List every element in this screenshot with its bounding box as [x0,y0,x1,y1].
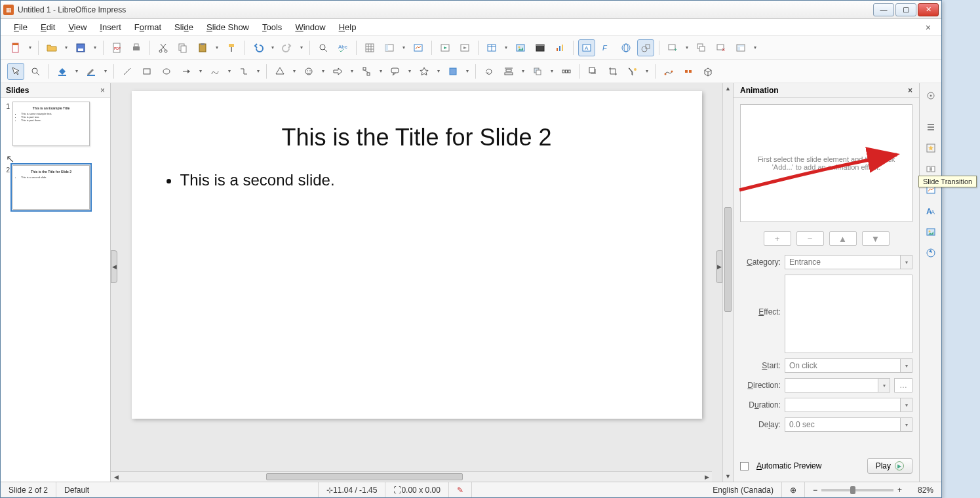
arrange-button[interactable] [529,63,546,80]
block-arrows-button[interactable] [329,63,346,80]
open-button[interactable] [43,39,60,56]
line-color-dropdown[interactable]: ▾ [102,68,109,74]
extrusion-button[interactable] [699,63,716,80]
curve-tool-button[interactable] [206,63,224,80]
document-close-button[interactable]: × [922,22,935,33]
menu-slideshow[interactable]: Slide Show [200,20,256,34]
fill-color-dropdown[interactable]: ▾ [73,68,80,74]
curve-tool-dropdown[interactable]: ▾ [226,68,233,74]
zoom-out-button[interactable]: − [813,486,817,495]
hscroll-thumb[interactable] [266,473,463,480]
basic-shapes-button[interactable] [271,63,288,80]
display-grid-button[interactable] [361,39,378,56]
add-animation-button[interactable]: + [764,231,791,246]
zoom-percent[interactable]: 82% [910,482,941,497]
status-language[interactable]: English (Canada) [705,482,782,497]
insert-image-button[interactable] [512,39,529,56]
flowchart-dropdown[interactable]: ▾ [378,68,384,74]
copy-button[interactable] [174,39,191,56]
maximize-button[interactable]: ▢ [895,3,916,16]
play-button[interactable]: Play ▶ [867,458,912,474]
clone-formatting-button[interactable] [223,39,240,56]
new-doc-button[interactable] [7,39,24,56]
start-beginning-button[interactable] [437,39,454,56]
minimize-button[interactable]: — [873,3,894,16]
navigator-deck-button[interactable] [922,244,939,261]
arrange-dropdown[interactable]: ▾ [549,68,555,74]
menu-help[interactable]: Help [332,20,363,34]
basic-shapes-dropdown[interactable]: ▾ [291,68,298,74]
insert-table-button[interactable] [483,39,500,56]
menu-window[interactable]: Window [288,20,332,34]
symbol-shapes-button[interactable] [300,63,317,80]
zoom-slider[interactable] [821,489,893,491]
slide-layout-dropdown[interactable]: ▾ [752,45,758,50]
slide-title-placeholder[interactable]: This is the Title for Slide 2 [165,124,669,151]
new-slide-dropdown[interactable]: ▾ [684,45,690,50]
auto-preview-checkbox[interactable] [740,462,749,470]
horizontal-scrollbar[interactable]: ◀ ▶ [111,471,712,482]
delay-input[interactable]: 0.0 sec▾ [785,417,912,432]
new-slide-button[interactable]: + [664,39,681,56]
filter-button[interactable] [624,63,641,80]
master-slide-button[interactable] [410,39,427,56]
direction-options-button[interactable]: … [894,378,912,393]
vertical-scrollbar[interactable]: ▲ ▼ [722,83,733,482]
new-doc-dropdown[interactable]: ▾ [27,45,33,50]
menu-slide[interactable]: Slide [168,20,200,34]
open-dropdown[interactable]: ▾ [63,45,69,50]
display-views-dropdown[interactable]: ▾ [401,45,407,50]
sidebar-settings-button[interactable] [922,87,939,104]
distribute-button[interactable] [558,63,575,80]
delete-slide-button[interactable]: × [713,39,730,56]
menu-file[interactable]: File [7,20,34,34]
slide-content-placeholder[interactable]: This is a second slide. [165,171,669,189]
connector-tool-button[interactable] [235,63,252,80]
callouts-dropdown[interactable]: ▾ [406,68,413,74]
points-button[interactable] [660,63,677,80]
display-views-button[interactable] [381,39,398,56]
insert-hyperlink-button[interactable] [617,39,635,56]
styles-deck-button[interactable]: AA [922,202,939,220]
slide-canvas[interactable]: This is the Title for Slide 2 This is a … [132,91,702,419]
effect-list[interactable] [785,275,912,353]
symbol-shapes-dropdown[interactable]: ▾ [320,68,326,74]
rotate-button[interactable] [480,63,498,80]
3d-objects-button[interactable] [444,63,461,80]
line-tool-button[interactable] [119,63,136,80]
crop-button[interactable] [604,63,621,80]
slide-viewport[interactable]: This is the Title for Slide 2 This is a … [111,83,722,482]
paste-dropdown[interactable]: ▾ [214,45,220,50]
filter-dropdown[interactable]: ▾ [644,68,650,74]
scroll-down-arrow[interactable]: ▼ [723,471,733,482]
insert-table-dropdown[interactable]: ▾ [503,45,509,50]
start-select[interactable]: On click▾ [785,358,912,373]
insert-fontwork-button[interactable]: F [598,39,615,56]
align-button[interactable] [500,63,517,80]
animation-deck-button[interactable] [922,140,939,157]
show-draw-functions-button[interactable] [637,39,654,56]
redo-dropdown[interactable]: ▾ [298,45,305,50]
insert-chart-button[interactable] [551,39,568,56]
zoom-in-button[interactable]: + [897,486,902,495]
save-button[interactable] [72,39,89,56]
menu-insert[interactable]: Insert [93,20,128,34]
properties-deck-button[interactable] [922,119,939,136]
arrow-tool-button[interactable] [178,63,195,80]
paste-button[interactable] [194,39,211,56]
export-pdf-button[interactable]: PDF [108,39,125,56]
undo-dropdown[interactable]: ▾ [269,45,276,50]
fill-color-button[interactable] [54,63,71,80]
print-button[interactable] [128,39,145,56]
ellipse-tool-button[interactable] [158,63,175,80]
cut-button[interactable] [155,39,172,56]
menu-tools[interactable]: Tools [256,20,288,34]
category-select[interactable]: Entrance▾ [785,255,912,269]
align-dropdown[interactable]: ▾ [520,68,526,74]
animation-list[interactable]: First select the slide element and then … [740,104,912,222]
slide-thumbnails[interactable]: 1 This is an Example Title This is some … [1,98,110,482]
block-arrows-dropdown[interactable]: ▾ [349,68,355,74]
save-dropdown[interactable]: ▾ [92,45,98,50]
gallery-deck-button[interactable] [922,223,939,240]
find-button[interactable] [315,39,332,56]
